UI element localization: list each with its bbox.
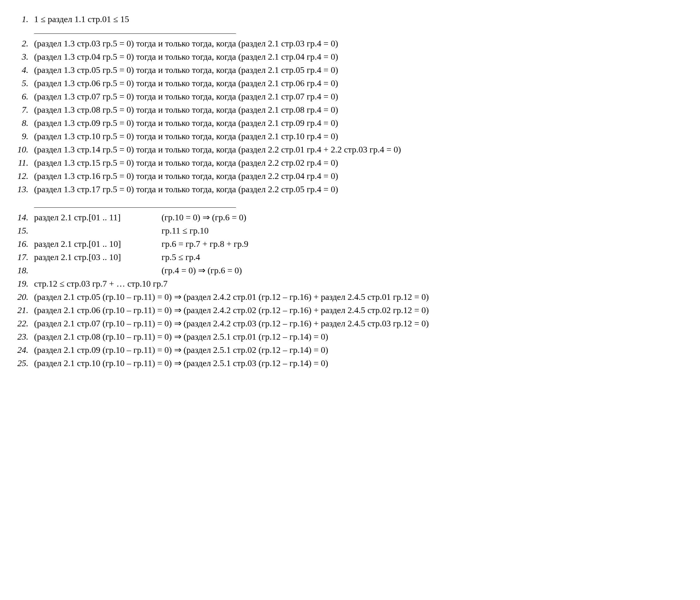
item-text: (раздел 2.1 стр.05 (гр.10 – гр.11) = 0) … bbox=[34, 290, 688, 304]
list-item: 19. стр.12 ≤ стр.03 гр.7 + … стр.10 гр.7 bbox=[6, 277, 688, 290]
list-item: 11. (раздел 1.3 стр.15 гр.5 = 0) тогда и… bbox=[6, 156, 688, 169]
item-number: 6. bbox=[6, 90, 34, 103]
item-text: (раздел 1.3 стр.04 гр.5 = 0) тогда и тол… bbox=[34, 50, 688, 64]
item-expr: гр.5 ≤ гр.4 bbox=[161, 250, 688, 264]
list-item: 21. (раздел 2.1 стр.06 (гр.10 – гр.11) =… bbox=[6, 304, 688, 317]
item-number: 18. bbox=[6, 264, 34, 277]
item-text: (раздел 1.3 стр.07 гр.5 = 0) тогда и тол… bbox=[34, 90, 688, 103]
item-number: 15. bbox=[6, 224, 34, 237]
item-text: (раздел 1.3 стр.10 гр.5 = 0) тогда и тол… bbox=[34, 130, 688, 143]
item-number: 8. bbox=[6, 117, 34, 130]
item-number: 4. bbox=[6, 64, 34, 77]
item-label: раздел 2.1 стр.[03 .. 10] bbox=[34, 250, 161, 264]
item-text: (раздел 1.3 стр.03 гр.5 = 0) тогда и тол… bbox=[34, 37, 688, 50]
list-item: 9. (раздел 1.3 стр.10 гр.5 = 0) тогда и … bbox=[6, 130, 688, 143]
list-item: 13. (раздел 1.3 стр.17 гр.5 = 0) тогда и… bbox=[6, 183, 688, 196]
item-number: 9. bbox=[6, 130, 34, 143]
list-item: 3. (раздел 1.3 стр.04 гр.5 = 0) тогда и … bbox=[6, 50, 688, 64]
item-text: (раздел 1.3 стр.09 гр.5 = 0) тогда и тол… bbox=[34, 117, 688, 130]
item-number: 13. bbox=[6, 183, 34, 196]
list-item: 22. (раздел 2.1 стр.07 (гр.10 – гр.11) =… bbox=[6, 317, 688, 330]
list-item: 10. (раздел 1.3 стр.14 гр.5 = 0) тогда и… bbox=[6, 143, 688, 156]
item-number: 21. bbox=[6, 304, 34, 317]
separator bbox=[6, 30, 688, 37]
item-text: (раздел 2.1 стр.09 (гр.10 – гр.11) = 0) … bbox=[34, 343, 688, 357]
item-label: раздел 2.1 стр.[01 .. 11] bbox=[34, 211, 161, 224]
item-number: 25. bbox=[6, 357, 34, 370]
item-text: стр.12 ≤ стр.03 гр.7 + … стр.10 гр.7 bbox=[34, 277, 688, 290]
item-text: (раздел 2.1 стр.08 (гр.10 – гр.11) = 0) … bbox=[34, 330, 688, 343]
list-item: 18. (гр.4 = 0) ⇒ (гр.6 = 0) bbox=[6, 264, 688, 277]
item-expr: (гр.4 = 0) ⇒ (гр.6 = 0) bbox=[161, 264, 688, 277]
item-number: 22. bbox=[6, 317, 34, 330]
list-item: 15. гр.11 ≤ гр.10 bbox=[6, 224, 688, 237]
item-number: 14. bbox=[6, 211, 34, 224]
item-number: 7. bbox=[6, 103, 34, 117]
item-number: 3. bbox=[6, 50, 34, 64]
item-expr: (гр.10 = 0) ⇒ (гр.6 = 0) bbox=[161, 211, 688, 224]
item-number: 5. bbox=[6, 77, 34, 90]
list-item: 24. (раздел 2.1 стр.09 (гр.10 – гр.11) =… bbox=[6, 343, 688, 357]
item-text: (раздел 1.3 стр.06 гр.5 = 0) тогда и тол… bbox=[34, 77, 688, 90]
item-text: (раздел 1.3 стр.17 гр.5 = 0) тогда и тол… bbox=[34, 183, 688, 196]
item-text: 1 ≤ раздел 1.1 стр.01 ≤ 15 bbox=[34, 13, 688, 26]
list-item: 2. (раздел 1.3 стр.03 гр.5 = 0) тогда и … bbox=[6, 37, 688, 50]
item-expr: гр.6 = гр.7 + гр.8 + гр.9 bbox=[161, 237, 688, 250]
item-text: (раздел 2.1 стр.10 (гр.10 – гр.11) = 0) … bbox=[34, 357, 688, 370]
item-label bbox=[34, 224, 161, 237]
list-item: 12. (раздел 1.3 стр.16 гр.5 = 0) тогда и… bbox=[6, 169, 688, 183]
item-number: 16. bbox=[6, 237, 34, 250]
item-text: (раздел 2.1 стр.06 (гр.10 – гр.11) = 0) … bbox=[34, 304, 688, 317]
list-item: 16. раздел 2.1 стр.[01 .. 10] гр.6 = гр.… bbox=[6, 237, 688, 250]
item-expr: гр.11 ≤ гр.10 bbox=[161, 224, 688, 237]
item-number: 11. bbox=[6, 156, 34, 169]
list-item: 1. 1 ≤ раздел 1.1 стр.01 ≤ 15 bbox=[6, 13, 688, 26]
list-item: 14. раздел 2.1 стр.[01 .. 11] (гр.10 = 0… bbox=[6, 211, 688, 224]
item-number: 10. bbox=[6, 143, 34, 156]
item-number: 17. bbox=[6, 250, 34, 264]
item-text: (раздел 2.1 стр.07 (гр.10 – гр.11) = 0) … bbox=[34, 317, 688, 330]
item-text: (раздел 1.3 стр.05 гр.5 = 0) тогда и тол… bbox=[34, 64, 688, 77]
item-number: 2. bbox=[6, 37, 34, 50]
item-text: (раздел 1.3 стр.08 гр.5 = 0) тогда и тол… bbox=[34, 103, 688, 117]
item-number: 12. bbox=[6, 169, 34, 183]
list-item: 25. (раздел 2.1 стр.10 (гр.10 – гр.11) =… bbox=[6, 357, 688, 370]
item-number: 20. bbox=[6, 290, 34, 304]
item-number: 19. bbox=[6, 277, 34, 290]
list-item: 8. (раздел 1.3 стр.09 гр.5 = 0) тогда и … bbox=[6, 117, 688, 130]
list-item: 5. (раздел 1.3 стр.06 гр.5 = 0) тогда и … bbox=[6, 77, 688, 90]
separator bbox=[6, 204, 688, 211]
list-item: 7. (раздел 1.3 стр.08 гр.5 = 0) тогда и … bbox=[6, 103, 688, 117]
item-label: раздел 2.1 стр.[01 .. 10] bbox=[34, 237, 161, 250]
list-item: 4. (раздел 1.3 стр.05 гр.5 = 0) тогда и … bbox=[6, 64, 688, 77]
list-item: 20. (раздел 2.1 стр.05 (гр.10 – гр.11) =… bbox=[6, 290, 688, 304]
item-text: (раздел 1.3 стр.15 гр.5 = 0) тогда и тол… bbox=[34, 156, 688, 169]
item-number: 23. bbox=[6, 330, 34, 343]
item-label bbox=[34, 264, 161, 277]
list-item: 6. (раздел 1.3 стр.07 гр.5 = 0) тогда и … bbox=[6, 90, 688, 103]
list-item: 17. раздел 2.1 стр.[03 .. 10] гр.5 ≤ гр.… bbox=[6, 250, 688, 264]
item-text: (раздел 1.3 стр.16 гр.5 = 0) тогда и тол… bbox=[34, 169, 688, 183]
item-number: 1. bbox=[6, 13, 34, 26]
item-text: (раздел 1.3 стр.14 гр.5 = 0) тогда и тол… bbox=[34, 143, 688, 156]
item-number: 24. bbox=[6, 343, 34, 357]
list-item: 23. (раздел 2.1 стр.08 (гр.10 – гр.11) =… bbox=[6, 330, 688, 343]
